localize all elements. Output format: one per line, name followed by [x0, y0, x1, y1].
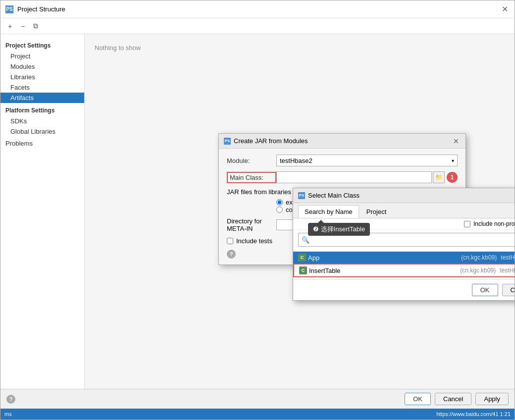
apply-button[interactable]: Apply	[475, 393, 509, 405]
insert-table-class-package: (cn.kgc.kb09)	[459, 267, 496, 274]
main-class-input[interactable]	[276, 171, 432, 183]
copy-button[interactable]: ⧉	[30, 21, 41, 32]
sidebar-item-project[interactable]: Project	[0, 51, 84, 61]
app-class-package: (cn.kgc.kb09)	[460, 254, 497, 261]
sidebar-item-facets[interactable]: Facets	[0, 82, 84, 93]
select-class-footer: OK Cancel	[293, 279, 515, 300]
app-class-name: App	[308, 254, 459, 262]
main-panel: Nothing to show PS Create JAR from Modul…	[85, 34, 515, 389]
main-placeholder: Nothing to show	[85, 34, 515, 61]
include-tests-checkbox[interactable]	[227, 238, 233, 244]
add-button[interactable]: +	[4, 21, 15, 32]
class-item-insert-table[interactable]: C InsertTable (cn.kgc.kb09) testHbase2 m	[293, 263, 515, 277]
select-class-dialog: PS Select Main Class ✕ Search by Name Pr…	[293, 188, 515, 301]
search-icon: 🔍	[302, 236, 309, 244]
module-value: testHbase2	[280, 157, 452, 164]
sidebar-item-global-libraries[interactable]: Global Libraries	[0, 126, 84, 137]
remove-button[interactable]: −	[17, 21, 28, 32]
status-right: https://www.baidu.com/41 1:21	[436, 411, 511, 417]
class-list: C App (cn.kgc.kb09) testHbase2 m C Inser…	[293, 250, 515, 279]
select-class-title-bar: PS Select Main Class ✕	[293, 188, 515, 203]
sidebar-item-modules[interactable]: Modules	[0, 61, 84, 72]
bottom-bar: ? OK Cancel Apply	[0, 389, 515, 409]
window-title: Project Structure	[17, 5, 500, 13]
include-non-project-label: Include non-project items	[473, 220, 515, 227]
tab-search-by-name[interactable]: Search by Name	[298, 205, 359, 218]
class-search-input[interactable]	[311, 234, 515, 245]
insert-table-module-name: testHbase2	[500, 267, 515, 274]
select-class-title: Select Main Class	[308, 192, 515, 199]
create-jar-title-bar: PS Create JAR from Modules ✕	[219, 134, 465, 149]
create-jar-title: Create JAR from Modules	[234, 137, 452, 145]
sidebar-item-problems[interactable]: Problems	[0, 137, 84, 150]
tab-project[interactable]: Project	[360, 205, 393, 218]
select-class-ok-button[interactable]: OK	[472, 284, 498, 296]
select-class-tabs: Search by Name Project	[293, 203, 515, 218]
platform-settings-label: Platform Settings	[0, 105, 84, 116]
main-class-row: Main Class: 📁 1	[227, 171, 458, 183]
app-icon: PS	[5, 5, 13, 13]
sidebar-item-sdks[interactable]: SDKs	[0, 116, 84, 126]
create-jar-close-button[interactable]: ✕	[452, 137, 461, 146]
bottom-bar-left: ?	[6, 395, 15, 404]
dir-label: Directory for META-IN	[227, 217, 276, 232]
include-non-project-row: Include non-project items	[293, 218, 515, 230]
dialog-overlay: PS Create JAR from Modules ✕ Module: tes…	[85, 34, 515, 389]
module-row: Module: testHbase2 ▾	[227, 155, 458, 166]
insert-table-class-icon: C	[299, 266, 307, 274]
bottom-bar-right: OK Cancel Apply	[405, 393, 509, 405]
main-class-label: Main Class:	[227, 172, 276, 183]
bottom-help-icon[interactable]: ?	[6, 395, 15, 404]
module-dropdown-icon[interactable]: ▾	[452, 158, 454, 163]
app-class-icon: C	[298, 254, 306, 262]
main-window: PS Project Structure ✕ + − ⧉ Project Set…	[0, 0, 515, 420]
main-toolbar: + − ⧉	[0, 18, 515, 34]
select-class-icon: PS	[298, 192, 305, 199]
status-bar: ms https://www.baidu.com/41 1:21	[0, 409, 515, 420]
include-non-project-checkbox[interactable]	[464, 221, 470, 227]
insert-table-class-name: InsertTable	[309, 267, 458, 274]
class-search-box: 🔍	[298, 233, 515, 247]
sidebar-item-artifacts[interactable]: Artifacts	[0, 93, 84, 103]
content-area: Project Settings Project Modules Librari…	[0, 34, 515, 389]
help-icon[interactable]: ?	[227, 250, 236, 259]
badge-1: 1	[447, 172, 458, 183]
close-button[interactable]: ✕	[500, 4, 510, 14]
title-bar: PS Project Structure ✕	[0, 0, 515, 18]
cancel-button[interactable]: Cancel	[435, 393, 471, 405]
ok-button[interactable]: OK	[405, 393, 431, 405]
project-settings-label: Project Settings	[0, 40, 84, 51]
main-class-browse-button[interactable]: 📁	[433, 171, 445, 183]
select-class-cancel-button[interactable]: Cancel	[502, 284, 515, 296]
class-item-app[interactable]: C App (cn.kgc.kb09) testHbase2 m	[293, 252, 515, 263]
sidebar-item-libraries[interactable]: Libraries	[0, 72, 84, 82]
copy-radio[interactable]	[276, 207, 283, 213]
include-tests-label: Include tests	[236, 237, 272, 245]
sidebar: Project Settings Project Modules Librari…	[0, 34, 85, 389]
create-jar-icon: PS	[224, 138, 231, 145]
extract-radio[interactable]	[276, 199, 283, 206]
app-module-name: testHbase2	[501, 254, 515, 261]
status-left: ms	[4, 411, 12, 417]
module-label: Module:	[227, 157, 276, 164]
